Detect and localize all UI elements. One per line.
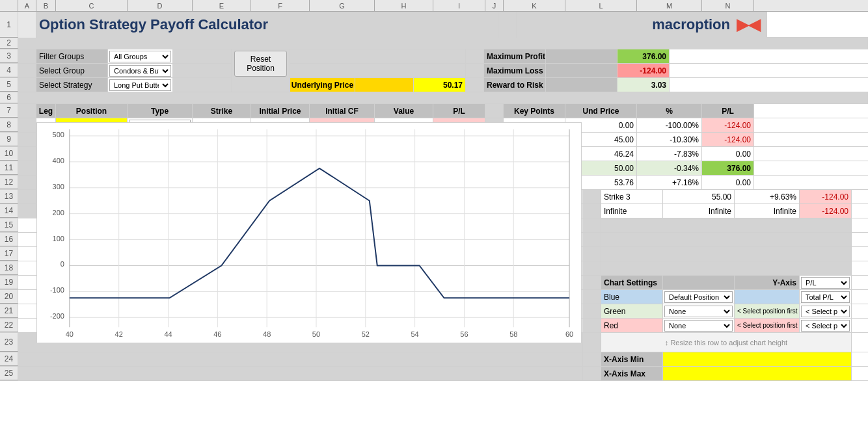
th-value: Value	[375, 104, 433, 118]
chart-blue-right-dropdown[interactable]: Total P/L	[800, 290, 852, 304]
underlying-label-ext	[355, 78, 414, 92]
svg-text:60: 60	[565, 330, 573, 338]
select-strategy-label: Select Strategy	[36, 78, 108, 92]
rownum-3: 3	[0, 49, 18, 63]
x-axis-max-value[interactable]	[663, 367, 852, 380]
rownum-21: 21	[0, 304, 18, 318]
chart-blue-label: Blue	[601, 290, 663, 304]
chart-red-right-dropdown[interactable]: < Select position first	[800, 319, 852, 332]
kp-8-pct: -100.00%	[637, 118, 702, 132]
x-axis-max-label: X-Axis Max	[601, 367, 663, 380]
rownum-13: 13	[0, 190, 18, 203]
th-leg: Leg	[36, 104, 56, 118]
rownum-16: 16	[0, 233, 18, 246]
col-header-m: M	[637, 0, 702, 11]
cell-21-j	[583, 304, 601, 318]
max-loss-value: -124.00	[617, 64, 670, 77]
select-strategy-dropdown-cell[interactable]: Long Put Butterfly	[108, 78, 173, 92]
rownum-6: 6	[0, 92, 18, 103]
cell-23-j	[583, 333, 601, 352]
chart-red-right-select[interactable]: < Select position first	[801, 320, 850, 332]
chart-green-right-label: < Select position first	[735, 304, 800, 318]
svg-text:46: 46	[213, 330, 221, 338]
cell-8-a	[18, 118, 36, 132]
cell-5-j	[466, 78, 484, 92]
svg-text:54: 54	[411, 330, 419, 338]
select-group-select[interactable]: Condors & Butterflies	[109, 65, 171, 77]
chart-green-dropdown-cell[interactable]: None	[663, 304, 735, 318]
th-initial-cf: Initial CF	[310, 104, 375, 118]
cell-25-j	[583, 367, 601, 380]
svg-text:500: 500	[53, 131, 64, 138]
reward-risk-label: Reward to Risk	[484, 78, 546, 92]
svg-text:42: 42	[115, 330, 123, 338]
kp-9-pl: -124.00	[702, 133, 754, 146]
select-group-dropdown-cell[interactable]: Condors & Butterflies	[108, 64, 173, 77]
chart-green-select[interactable]: None	[664, 306, 733, 317]
cell-1-j	[498, 12, 517, 38]
cell-20-j	[583, 290, 601, 304]
select-strategy-select[interactable]: Long Put Butterfly	[109, 79, 171, 91]
logo-text: macroption	[652, 16, 730, 33]
chart-blue-select[interactable]: Default Position	[664, 291, 733, 303]
cell-4-l	[546, 64, 617, 77]
cell-22-j	[583, 319, 601, 332]
cell-13-a	[18, 190, 36, 203]
underlying-value: 50.17	[414, 78, 466, 92]
y-axis-select[interactable]: P/L	[801, 277, 850, 289]
rownum-7: 7	[0, 104, 18, 118]
filter-groups-dropdown-cell[interactable]: All Groups	[108, 49, 173, 63]
rownum-12: 12	[0, 176, 18, 189]
x-axis-min-value[interactable]	[663, 352, 852, 366]
kp-12-pl: 0.00	[702, 176, 754, 189]
rownum-23: 23	[0, 333, 18, 352]
chart-red-select[interactable]: None	[664, 320, 733, 332]
cell-5-f	[232, 78, 290, 92]
cell-5-a	[18, 78, 36, 92]
row-3: 3 Filter Groups All Groups Reset Positio…	[0, 49, 868, 64]
app-title: Option Strategy Payoff Calculator	[36, 12, 498, 38]
chart-red-label: Red	[601, 319, 663, 332]
chart-red-dropdown-cell[interactable]: None	[663, 319, 735, 332]
cell-2-empty	[18, 38, 868, 49]
row-5: 5 Select Strategy Long Put Butterfly Und…	[0, 78, 868, 92]
filter-groups-select[interactable]: All Groups	[109, 51, 171, 62]
chart-blue-dropdown-cell[interactable]: Default Position	[663, 290, 735, 304]
col-header-b: B	[36, 0, 56, 11]
cell-10-a	[18, 147, 36, 161]
cell-14-j	[583, 204, 601, 218]
cell-3-j	[466, 49, 484, 63]
chart-green-right-select[interactable]: < Select position first	[801, 306, 850, 317]
chart-green-label: Green	[601, 304, 663, 318]
kp-14-pl: -124.00	[800, 204, 852, 218]
cell-3-l	[546, 49, 617, 63]
cell-5-l	[546, 78, 617, 92]
col-header-g: G	[310, 0, 375, 11]
y-axis-dropdown-cell[interactable]: P/L	[800, 276, 852, 289]
cell-6-empty	[18, 92, 868, 103]
rownum-11: 11	[0, 161, 18, 175]
svg-text:40: 40	[66, 330, 74, 338]
kp-14-pct: Infinite	[735, 204, 800, 218]
chart-blue-right-select[interactable]: Total P/L	[801, 291, 850, 303]
col-header-c: C	[56, 0, 128, 11]
select-group-label: Select Group	[36, 64, 108, 77]
reset-position-button[interactable]: Reset Position	[234, 51, 287, 77]
kp-13-pl: -124.00	[800, 190, 852, 203]
cell-5-e	[173, 78, 232, 92]
row-25: 25 X-Axis Max	[0, 367, 868, 381]
chart-green-right-dropdown[interactable]: < Select position first	[800, 304, 852, 318]
chart-svg: 500 400 300 200 100 0 -100 -200	[37, 123, 581, 343]
rownum-17: 17	[0, 247, 18, 261]
column-headers: A B C D E F G H I J K L M N	[0, 0, 868, 12]
row-1: 1 Option Strategy Payoff Calculator macr…	[0, 12, 868, 38]
row-2: 2	[0, 38, 868, 49]
th-position: Position	[56, 104, 128, 118]
col-header-k: K	[504, 0, 565, 11]
cell-7-a	[18, 104, 36, 118]
svg-text:44: 44	[164, 330, 172, 338]
cell-9-a	[18, 133, 36, 146]
svg-text:52: 52	[362, 330, 370, 338]
rownum-8: 8	[0, 118, 18, 132]
y-axis-label: Y-Axis	[735, 276, 800, 289]
